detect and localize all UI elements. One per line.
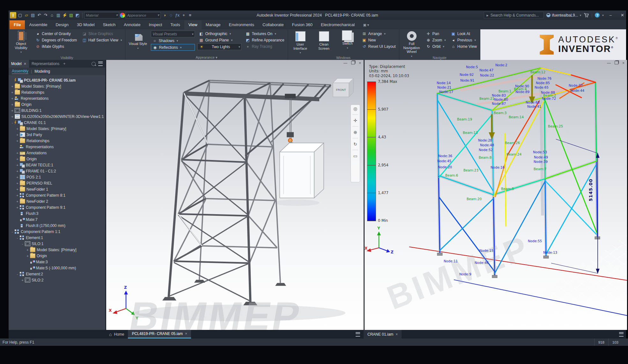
expand-icon[interactable]: +: [16, 163, 19, 167]
drawing-icon[interactable]: ▥: [55, 12, 62, 18]
save-icon[interactable]: ▤: [30, 12, 36, 18]
expand-icon[interactable]: +: [11, 103, 14, 106]
home-icon[interactable]: ⌂: [49, 12, 55, 18]
visual-style-button[interactable]: Visual Style▾: [127, 31, 148, 50]
tree-item[interactable]: -Component Pattern 1:1: [9, 229, 105, 235]
tree-item[interactable]: +Model States: [Primary]: [9, 126, 105, 132]
tree-item[interactable]: +POS 2:1: [9, 174, 105, 180]
expand-icon[interactable]: +: [26, 254, 29, 258]
mode-assembly[interactable]: Assembly: [12, 69, 28, 74]
mode-modeling[interactable]: Modeling: [34, 69, 50, 74]
tree-item[interactable]: +PERNSO RIEL: [9, 180, 105, 186]
zoom-icon[interactable]: ⊕: [353, 130, 357, 135]
expand-icon[interactable]: -: [16, 236, 19, 240]
ribbon-tab-3d-model[interactable]: 3D Model: [73, 20, 99, 29]
tree-item[interactable]: +Origin: [9, 101, 105, 107]
inventor-app-button[interactable]: I: [10, 12, 16, 18]
tree-item[interactable]: +3rd Party: [9, 132, 105, 138]
expand-icon[interactable]: +: [16, 127, 19, 131]
zoom-button[interactable]: ⊕Zoom▾: [425, 37, 447, 43]
imate-glyphs-button[interactable]: ⊘iMate Glyphs: [34, 43, 78, 49]
minimize-button[interactable]: –: [610, 13, 612, 18]
two-lights-button[interactable]: ☀Two Lights▾: [197, 43, 241, 50]
pan-button[interactable]: ✛Pan: [425, 31, 447, 37]
close-icon[interactable]: ×: [185, 331, 187, 336]
material-combo[interactable]: Material▾: [84, 12, 119, 18]
tree-item[interactable]: +NewFolder 2: [9, 198, 105, 204]
tree-item[interactable]: Representations: [9, 144, 105, 150]
tree-item[interactable]: +Relationships: [9, 89, 105, 95]
open-folder-icon[interactable]: ▱: [23, 12, 30, 18]
close-icon[interactable]: ✕: [24, 62, 26, 66]
expand-icon[interactable]: +: [16, 133, 19, 137]
clean-screen-button[interactable]: Clean Screen: [314, 31, 335, 50]
vp-close-icon[interactable]: ×: [359, 61, 361, 65]
tree-item[interactable]: +NewFolder 1: [9, 186, 105, 192]
tree-item[interactable]: -SILO:1: [9, 241, 105, 247]
tree-item[interactable]: Mate:5 (-1000,000 mm): [9, 265, 105, 271]
swap-icon[interactable]: ◩: [74, 12, 81, 18]
add-icon[interactable]: +: [181, 12, 187, 18]
expand-icon[interactable]: +: [16, 175, 19, 179]
fx-icon[interactable]: ƒx: [174, 12, 181, 18]
object-visibility-button[interactable]: Object Visibility▾: [11, 31, 32, 54]
customize-icon[interactable]: ≡: [187, 12, 193, 18]
ground-plane-button[interactable]: ▦Ground Plane▾: [197, 37, 241, 43]
tree-item[interactable]: +Representations: [9, 95, 105, 101]
ribbon-tab-view[interactable]: View: [184, 20, 202, 29]
tree-item[interactable]: +Model States: [Primary]: [9, 83, 105, 89]
ribbon-tab-inspect[interactable]: Inspect: [144, 20, 166, 29]
tree-item[interactable]: +Annotations: [9, 150, 105, 156]
expand-icon[interactable]: +: [11, 115, 14, 119]
center-of-gravity-button[interactable]: ◕Center of Gravity: [34, 31, 78, 37]
tree-item[interactable]: PCL4819-PR- CRANE 05.iam: [9, 77, 105, 83]
clear-color-icon[interactable]: ◌: [168, 12, 174, 18]
expand-icon[interactable]: +: [11, 91, 14, 94]
help-icon[interactable]: ?: [595, 13, 600, 18]
ribbon-tab-electromechanical[interactable]: Electromechanical: [317, 20, 359, 29]
expand-icon[interactable]: +: [16, 169, 19, 173]
orbit-button[interactable]: ↻Orbit▾: [425, 43, 447, 49]
tree-item[interactable]: +SILO2050x2050x2060WINTER-3DView-View1:1: [9, 113, 105, 120]
full-navigation-wheel-button[interactable]: Full Navigation Wheel▾: [401, 31, 422, 58]
tree-item[interactable]: +BULDING:1: [9, 107, 105, 113]
vp-restore-icon[interactable]: [351, 61, 355, 64]
ribbon-tab-tools[interactable]: Tools: [166, 20, 184, 29]
arrange-button[interactable]: ⊞Arrange▾: [361, 31, 397, 37]
ribbon-tab-environments[interactable]: Environments: [225, 20, 258, 29]
vp-minimize-icon[interactable]: —: [607, 61, 611, 65]
browser-tab-representations[interactable]: Representations: [29, 62, 62, 66]
home-view-button[interactable]: ⌂Home View: [450, 43, 478, 49]
add-browser-tab-button[interactable]: +: [62, 62, 67, 66]
ribbon-tab-manage[interactable]: Manage: [202, 20, 225, 29]
tree-item[interactable]: +Origin: [9, 156, 105, 162]
tree-item[interactable]: Flush:3: [9, 210, 105, 216]
expand-icon[interactable]: -: [11, 230, 14, 234]
degrees-of-freedom-button[interactable]: ↻Degrees of Freedom: [34, 37, 78, 43]
expand-icon[interactable]: +: [16, 193, 19, 197]
browser-tab-model[interactable]: Model✕: [9, 60, 29, 68]
tree-item[interactable]: +Component Pattern 8:1: [9, 192, 105, 198]
expand-icon[interactable]: +: [16, 187, 19, 191]
vp-restore-icon[interactable]: [615, 61, 618, 64]
ribbon-tab-assemble[interactable]: Assemble: [25, 20, 51, 29]
browser-menu-icon[interactable]: [98, 62, 103, 66]
tab-menu-icon[interactable]: [619, 332, 624, 337]
ribbon-tab-sketch[interactable]: Sketch: [99, 20, 120, 29]
tab-menu-icon[interactable]: [356, 332, 360, 337]
previous-button[interactable]: ◂Previous▾: [450, 37, 478, 43]
adjust-color-icon[interactable]: ◑: [161, 12, 168, 18]
ribbon-tab-fusion-360[interactable]: Fusion 360: [288, 20, 317, 29]
new-file-icon[interactable]: ▢: [17, 12, 23, 18]
expand-icon[interactable]: +: [16, 139, 19, 143]
tree-item[interactable]: +BEAM TECLE:1: [9, 162, 105, 168]
expand-icon[interactable]: +: [16, 200, 19, 203]
expand-icon[interactable]: +: [16, 157, 19, 161]
ribbon-tab-design[interactable]: Design: [51, 20, 72, 29]
appearance-combo[interactable]: Appearance▾: [126, 12, 161, 18]
tab-crane-part[interactable]: CRANE 01.iam×: [364, 330, 402, 339]
textures-on-button[interactable]: ▩Textures On▾: [244, 31, 285, 37]
pan-icon[interactable]: ✛: [353, 118, 357, 123]
look-at-button[interactable]: ▣Look At: [450, 31, 478, 37]
search-expand-icon[interactable]: ▸: [487, 13, 489, 18]
